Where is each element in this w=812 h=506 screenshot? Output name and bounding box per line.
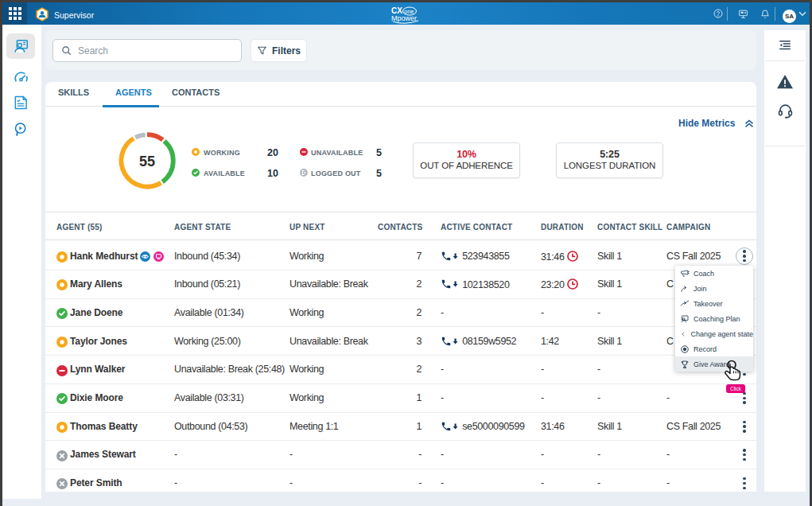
svg-text:Mpower: Mpower (391, 14, 417, 22)
svg-text:55: 55 (139, 154, 155, 169)
